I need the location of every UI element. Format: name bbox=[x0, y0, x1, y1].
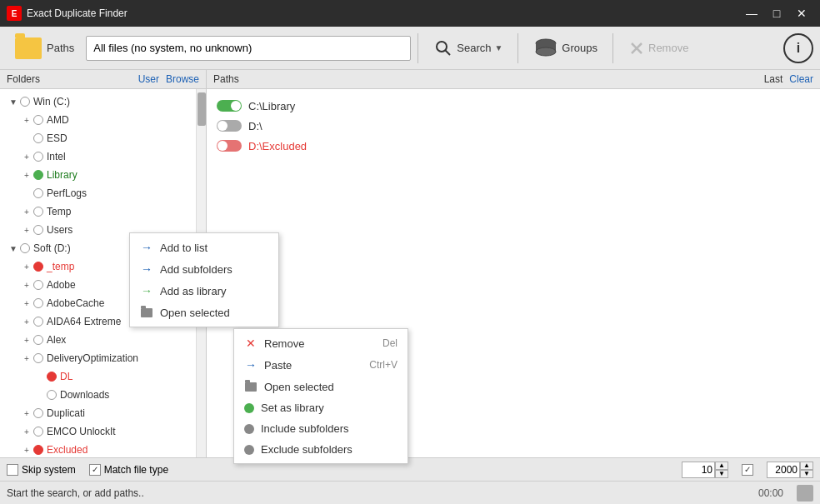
match-file-type-checkbox[interactable] bbox=[89, 464, 101, 476]
expand-button[interactable]: + bbox=[20, 315, 33, 328]
tree-item[interactable]: +Duplicati bbox=[0, 404, 196, 422]
user-link[interactable]: User bbox=[138, 73, 159, 85]
match-file-type-option[interactable]: Match file type bbox=[89, 464, 168, 476]
context-menu-item[interactable]: →PasteCtrl+V bbox=[234, 354, 408, 376]
tree-item[interactable]: +DeliveryOptimization bbox=[0, 349, 196, 367]
expand-button[interactable]: + bbox=[20, 425, 33, 438]
search-icon bbox=[433, 38, 453, 58]
tree-item[interactable]: ▼Win (C:) bbox=[0, 92, 196, 111]
context-menu-item-label: Exclude subfolders bbox=[261, 443, 398, 456]
expand-button[interactable]: + bbox=[20, 352, 33, 365]
path-text: C:\Library bbox=[248, 100, 295, 112]
expand-button[interactable]: + bbox=[20, 407, 33, 420]
tree-label: _temp bbox=[47, 261, 74, 272]
tree-label: Excluded bbox=[47, 444, 88, 456]
spinbox-1-arrows[interactable]: ▲ ▼ bbox=[715, 462, 728, 478]
context-menu-item[interactable]: →Add subfolders bbox=[130, 258, 278, 280]
context-menu-item-label: Paste bbox=[264, 359, 362, 372]
tree-item[interactable]: +Temp bbox=[0, 202, 196, 221]
context-menu-item[interactable]: Include subfolders bbox=[234, 418, 408, 439]
path-toggle[interactable] bbox=[217, 140, 242, 152]
minimize-button[interactable]: — bbox=[740, 4, 763, 22]
expand-button[interactable]: + bbox=[20, 278, 33, 292]
context-menu-item[interactable]: Exclude subfolders bbox=[234, 439, 408, 460]
path-text: D:\ bbox=[248, 120, 262, 132]
spinbox-2-input[interactable]: 2000 bbox=[767, 462, 800, 478]
tree-item[interactable]: +Excluded bbox=[0, 441, 196, 457]
context-menu-item[interactable]: Open selected bbox=[130, 302, 278, 323]
tree-item[interactable]: +Intel bbox=[0, 147, 196, 166]
tree-scrollbar-thumb[interactable] bbox=[198, 92, 206, 126]
statusbar: Start the search, or add paths.. 00:00 bbox=[0, 481, 820, 504]
path-row[interactable]: C:\Library bbox=[213, 96, 813, 116]
tree-item[interactable]: DL bbox=[0, 367, 196, 386]
path-toggle[interactable] bbox=[217, 100, 242, 112]
path-row[interactable]: D:\Excluded bbox=[213, 136, 813, 156]
skip-system-checkbox[interactable] bbox=[7, 464, 18, 476]
spinbox-1-up[interactable]: ▲ bbox=[715, 462, 728, 470]
maximize-button[interactable]: □ bbox=[765, 4, 788, 22]
search-button[interactable]: Search ▼ bbox=[425, 33, 511, 63]
spinbox-2-arrows[interactable]: ▲ ▼ bbox=[800, 462, 813, 478]
context-menu-item[interactable]: →Add as library bbox=[130, 280, 278, 302]
clear-link[interactable]: Clear bbox=[789, 73, 813, 85]
tree-label: Adobe bbox=[47, 279, 76, 291]
remove-button[interactable]: Remove bbox=[620, 35, 697, 62]
context-menu-item-icon: → bbox=[140, 262, 153, 276]
tree-dot bbox=[33, 445, 43, 455]
expand-button[interactable]: + bbox=[20, 443, 33, 457]
statusbar-time: 00:00 bbox=[758, 487, 783, 499]
expand-button[interactable]: + bbox=[20, 333, 33, 347]
folder-icon bbox=[245, 382, 257, 392]
context-menu-item[interactable]: →Add to list bbox=[130, 237, 278, 258]
spinbox-1-down[interactable]: ▼ bbox=[715, 470, 728, 478]
toggle-knob bbox=[218, 121, 228, 131]
last-link[interactable]: Last bbox=[764, 73, 783, 85]
paths-button[interactable]: Paths bbox=[7, 32, 82, 64]
spinbox-1-input[interactable]: 10 bbox=[682, 462, 715, 478]
context-menu-dot bbox=[244, 403, 254, 413]
expand-button[interactable]: ▼ bbox=[7, 242, 20, 255]
context-menu-item[interactable]: Set as library bbox=[234, 397, 408, 418]
close-button[interactable]: ✕ bbox=[790, 4, 813, 22]
tree-item[interactable]: PerfLogs bbox=[0, 184, 196, 202]
tree-label: Users bbox=[47, 224, 72, 236]
expand-button[interactable]: + bbox=[20, 223, 33, 237]
expand-button[interactable]: + bbox=[20, 260, 33, 273]
tree-label: DeliveryOptimization bbox=[47, 352, 138, 364]
context-menu-dot bbox=[244, 445, 254, 455]
tree-dot bbox=[33, 188, 43, 198]
main-area: Folders User Browse ▼Win (C:)+AMDESD+Int… bbox=[0, 70, 820, 457]
expand-button[interactable]: ▼ bbox=[7, 95, 20, 108]
browse-link[interactable]: Browse bbox=[166, 73, 199, 85]
context-menu-shortcut: Del bbox=[382, 337, 398, 349]
spinbox-1[interactable]: 10 ▲ ▼ bbox=[682, 462, 728, 478]
filter-dropdown[interactable]: All files (no system, no unknown) bbox=[86, 36, 411, 61]
tree-item[interactable]: +Alex bbox=[0, 331, 196, 349]
context-menu-item[interactable]: ✕RemoveDel bbox=[234, 332, 408, 354]
tree-item[interactable]: +AMD bbox=[0, 111, 196, 129]
path-row[interactable]: D:\ bbox=[213, 116, 813, 136]
expand-button[interactable]: + bbox=[20, 205, 33, 218]
spinbox-2[interactable]: 2000 ▲ ▼ bbox=[767, 462, 813, 478]
expand-button[interactable]: + bbox=[20, 113, 33, 127]
tree-item[interactable]: ESD bbox=[0, 129, 196, 147]
skip-system-option[interactable]: Skip system bbox=[7, 464, 76, 476]
groups-button[interactable]: Groups bbox=[525, 33, 606, 63]
tree-item[interactable]: Downloads bbox=[0, 386, 196, 404]
tree-item[interactable]: +Library bbox=[0, 166, 196, 184]
tree-label: PerfLogs bbox=[47, 187, 87, 199]
expand-button[interactable]: + bbox=[20, 150, 33, 163]
remove-label: Remove bbox=[648, 42, 688, 54]
expand-button[interactable]: + bbox=[20, 297, 33, 310]
path-toggle[interactable] bbox=[217, 120, 242, 132]
info-button[interactable]: i bbox=[783, 33, 813, 63]
check-middle[interactable] bbox=[742, 464, 753, 476]
paths-label: Paths bbox=[213, 73, 764, 85]
spinbox-2-down[interactable]: ▼ bbox=[800, 470, 813, 478]
spinbox-2-up[interactable]: ▲ bbox=[800, 462, 813, 470]
tree-label: Alex bbox=[47, 334, 66, 346]
context-menu-item[interactable]: Open selected bbox=[234, 376, 408, 397]
tree-item[interactable]: +EMCO UnlockIt bbox=[0, 422, 196, 441]
expand-button[interactable]: + bbox=[20, 168, 33, 182]
